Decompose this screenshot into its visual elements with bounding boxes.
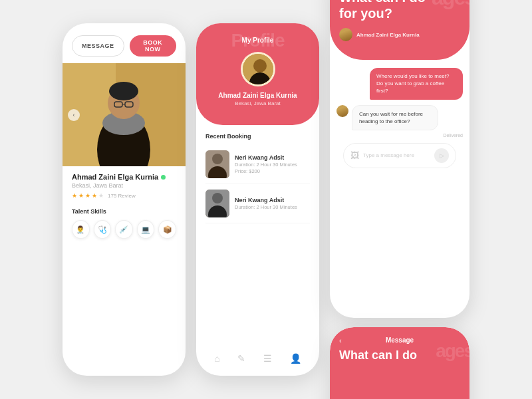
star-5: ★ [98,192,104,199]
user-name: Ahmad Zaini Elga Kurnia [72,173,176,181]
phone-message-full: ages ‹ Message What can I dofor you? Ahm… [330,0,469,318]
recent-booking-section: Recent Booking Neri Kwang Adsit Duration… [196,125,319,231]
skill-icon-2[interactable]: 🩺 [94,220,112,239]
app-layout: MESSAGE BOOK NOW [7,0,525,399]
booking-avatar-1 [205,150,229,178]
booking-duration-2: Duration: 2 Hour 30 Minutes [235,204,297,210]
nav-profile-icon[interactable]: 👤 [290,353,301,364]
sender-avatar [339,28,352,41]
chat-avatar [336,105,348,117]
booking-avatar-2 [205,190,229,217]
profile-image: ‹ [63,63,186,166]
review-count: 175 Review [108,193,136,199]
booking-item-2[interactable]: Neri Kwang Adsit Duration: 2 Hour 30 Min… [205,184,310,223]
star-2: ★ [78,192,84,199]
svg-point-10 [253,59,267,72]
avatar-image [243,54,273,84]
watermark-text-3: ages [432,0,469,10]
send-button[interactable]: ▷ [434,148,449,163]
person-silhouette [63,63,186,166]
skill-icon-5[interactable]: 📦 [158,220,176,239]
sender-row: Ahmad Zaini Elga Kurnia [339,28,460,41]
user-avatar [241,52,275,86]
sender-name: Ahmad Zaini Elga Kurnia [356,32,420,38]
star-3: ★ [85,192,90,199]
phone-message-partial: ages ‹ Message What can I do [330,327,469,399]
skill-icon-4[interactable]: 💻 [137,220,155,239]
message-input[interactable]: Type a message here [363,152,430,158]
skill-icon-3[interactable]: 💉 [115,220,133,239]
booking-duration-1: Duration: 2 Hour 30 Minutes [235,162,297,168]
skill-icons-row: 👨‍⚕️ 🩺 💉 💻 📦 [72,220,176,239]
profile-info: Ahmad Zaini Elga Kurnia Bekasi, Jawa Bar… [63,166,186,203]
profile-header: Profile My Profile Ahmad Zaini Elga Kurn… [196,23,319,125]
booking-price-1: Price: $200 [235,168,297,174]
nav-home-icon[interactable]: ⌂ [214,353,219,364]
nav-edit-icon[interactable]: ✎ [237,353,245,364]
action-buttons: MESSAGE BOOK NOW [63,23,186,63]
right-column: ages ‹ Message What can I dofor you? Ahm… [330,0,469,399]
phone-my-profile: Profile My Profile Ahmad Zaini Elga Kurn… [196,23,319,376]
profile-user-location: Bekasi, Jawa Barat [205,100,310,106]
booking-info-2: Neri Kwang Adsit Duration: 2 Hour 30 Min… [235,197,297,210]
image-attach-icon[interactable]: 🖼 [350,150,359,160]
delivered-status: Delivered [336,133,463,138]
bottom-navigation: ⌂ ✎ ☰ 👤 [196,353,319,364]
svg-point-5 [109,82,138,100]
svg-point-13 [212,154,223,164]
nav-prev-arrow[interactable]: ‹ [68,109,80,121]
rating-stars: ★ ★ ★ ★ ★ 175 Review [72,192,176,199]
message-header: ages ‹ Message What can I dofor you? Ahm… [330,0,469,60]
chat-bubble-received: Where would you like to meet? Do you wan… [370,68,463,100]
booking-name-2: Neri Kwang Adsit [235,197,297,203]
talent-skills-label: Talent Skills [72,208,176,215]
watermark-text: Profile [196,30,319,51]
booking-item-1[interactable]: Neri Kwang Adsit Duration: 2 Hour 30 Min… [205,145,310,184]
booking-name-1: Neri Kwang Adsit [235,154,297,161]
chat-bubble-sent-row: Can you wait for me before heading to th… [336,105,463,130]
online-indicator [161,175,166,180]
chat-bubble-sent: Can you wait for me before heading to th… [352,105,438,130]
svg-point-16 [212,193,223,203]
message-input-row[interactable]: 🖼 Type a message here ▷ [343,143,456,168]
phone-profile-card: MESSAGE BOOK NOW [63,23,186,376]
user-location: Bekasi, Jawa Barat [72,182,176,189]
message-header-2: ages ‹ Message What can I do [330,327,469,399]
star-4: ★ [92,192,97,199]
star-1: ★ [72,192,77,199]
nav-list-icon[interactable]: ☰ [263,353,272,364]
booking-info-1: Neri Kwang Adsit Duration: 2 Hour 30 Min… [235,154,297,174]
message-button[interactable]: MESSAGE [72,35,124,57]
booknow-button[interactable]: BOOK NOW [130,35,176,57]
profile-user-name: Ahmad Zaini Elga Kurnia [205,92,310,99]
chat-area: Where would you like to meet? Do you wan… [330,60,469,176]
skill-icon-1[interactable]: 👨‍⚕️ [72,220,90,239]
talent-skills-section: Talent Skills 👨‍⚕️ 🩺 💉 💻 📦 [63,203,186,244]
message-header-label-2: Message [330,336,469,344]
recent-booking-label: Recent Booking [205,133,310,140]
